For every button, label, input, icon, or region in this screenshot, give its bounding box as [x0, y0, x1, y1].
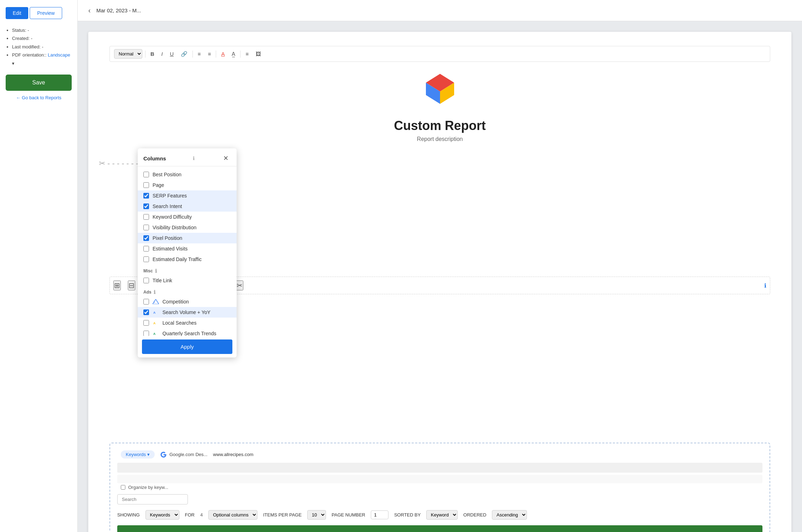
- column-pixel-position-checkbox[interactable]: [143, 235, 149, 241]
- panel-info-icon[interactable]: ℹ: [193, 155, 195, 161]
- column-page[interactable]: Page: [138, 180, 237, 190]
- column-competition[interactable]: A Competition: [138, 296, 237, 307]
- optional-columns-select[interactable]: Optional columns: [208, 510, 257, 520]
- pdf-orientation-item: PDF orientation:: Landscape ▾: [12, 51, 72, 67]
- column-estimated-visits[interactable]: Estimated Visits: [138, 243, 237, 254]
- keywords-dropdown[interactable]: Keywords ▾: [121, 450, 155, 459]
- column-pixel-position[interactable]: Pixel Position: [138, 233, 237, 243]
- column-search-intent-checkbox[interactable]: [143, 203, 149, 209]
- column-visibility-distribution-label: Visibility Distribution: [153, 225, 196, 230]
- organize-checkbox[interactable]: [121, 485, 125, 490]
- panel-apply-button[interactable]: Apply: [142, 339, 232, 354]
- edit-button[interactable]: Edit: [6, 7, 28, 19]
- column-estimated-daily-traffic-checkbox[interactable]: [143, 256, 149, 262]
- column-serp-features-label: SERP Features: [153, 193, 187, 199]
- layout-2col-button[interactable]: ⊟: [128, 280, 135, 290]
- column-title-link-label: Title Link: [153, 278, 172, 283]
- text-color-button[interactable]: A: [219, 50, 227, 58]
- bottom-config-bar: SHOWING Keywords FOR 4 Optional columns …: [117, 510, 762, 520]
- underline-button[interactable]: U: [168, 50, 176, 58]
- domain-label: www.allrecipes.com: [213, 452, 253, 457]
- column-title-link-checkbox[interactable]: [143, 278, 149, 283]
- ordered-list-button[interactable]: ≡: [196, 50, 203, 58]
- items-per-page-label: ITEMS PER PAGE: [263, 512, 302, 518]
- page-number-label: PAGE NUMBER: [332, 512, 365, 518]
- table-row-placeholder-1: [117, 463, 762, 473]
- pdf-orientation-link[interactable]: Landscape: [48, 52, 70, 58]
- column-search-volume-yoy[interactable]: A Search Volume + YoY: [138, 307, 237, 318]
- column-keyword-difficulty-checkbox[interactable]: [143, 214, 149, 220]
- format-select[interactable]: Normal: [114, 49, 142, 59]
- widget-scissors-button[interactable]: ✂: [236, 280, 243, 290]
- keywords-widget: Keywords ▾ Google.com Des... www.allreci…: [109, 443, 770, 532]
- unordered-list-button[interactable]: ≡: [206, 50, 213, 58]
- column-best-position[interactable]: Best Position: [138, 169, 237, 180]
- misc-info-icon[interactable]: ℹ: [155, 268, 157, 274]
- google-logo: [160, 451, 167, 458]
- misc-section-label: Misc ℹ: [138, 265, 237, 275]
- panel-header: Columns ℹ ✕: [138, 148, 237, 166]
- widget-info-icon[interactable]: ℹ: [764, 282, 766, 289]
- highlight-button[interactable]: A̲: [230, 50, 237, 58]
- column-serp-features-checkbox[interactable]: [143, 193, 149, 199]
- column-estimated-visits-checkbox[interactable]: [143, 246, 149, 252]
- sidebar: Edit Preview Status: - Created: - Last m…: [0, 0, 78, 532]
- sidebar-edit-preview-buttons: Edit Preview: [6, 7, 72, 19]
- ads-info-icon[interactable]: ℹ: [154, 289, 155, 295]
- link-button[interactable]: 🔗: [179, 50, 190, 58]
- report-logo: [419, 70, 461, 113]
- column-keyword-difficulty-label: Keyword Difficulty: [153, 214, 192, 220]
- report-title: Custom Report: [394, 118, 486, 133]
- top-bar: ‹ Mar 02, 2023 - M...: [78, 0, 802, 21]
- bold-button[interactable]: B: [148, 50, 156, 58]
- column-competition-checkbox[interactable]: [143, 299, 149, 305]
- domain-text: Google.com Des...: [170, 452, 208, 457]
- sidebar-status-list: Status: - Created: - Last modified: - PD…: [6, 26, 72, 67]
- column-visibility-distribution[interactable]: Visibility Distribution: [138, 222, 237, 233]
- panel-close-button[interactable]: ✕: [221, 153, 231, 163]
- go-back-link[interactable]: ← Go back to Reports: [6, 95, 72, 100]
- column-serp-features[interactable]: SERP Features: [138, 190, 237, 201]
- panel-body: Best Position Page SERP Features Search …: [138, 166, 237, 336]
- keywords-search-input[interactable]: [117, 494, 188, 504]
- column-quarterly-search-trends[interactable]: A Quarterly Search Trends: [138, 328, 237, 336]
- layout-1col-button[interactable]: ⊞: [113, 280, 121, 290]
- page-number-input[interactable]: [371, 510, 388, 519]
- sorted-by-select[interactable]: Keyword: [426, 510, 458, 520]
- align-button[interactable]: ≡: [243, 50, 251, 58]
- column-best-position-label: Best Position: [153, 172, 182, 177]
- table-row-placeholder-2: [117, 475, 762, 483]
- showing-keywords-select[interactable]: Keywords: [145, 510, 179, 520]
- preview-button[interactable]: Preview: [30, 7, 62, 19]
- report-header: Custom Report Report description: [109, 70, 770, 142]
- column-estimated-daily-traffic[interactable]: Estimated Daily Traffic: [138, 254, 237, 265]
- save-button[interactable]: Save: [6, 75, 72, 91]
- italic-button[interactable]: I: [159, 50, 165, 58]
- image-button[interactable]: 🖼: [254, 50, 263, 58]
- toolbar-divider-3: [216, 51, 216, 58]
- column-visibility-distribution-checkbox[interactable]: [143, 225, 149, 230]
- column-best-position-checkbox[interactable]: [143, 172, 149, 177]
- column-pixel-position-label: Pixel Position: [153, 235, 182, 241]
- toolbar-divider-1: [145, 51, 145, 58]
- column-title-link[interactable]: Title Link: [138, 275, 237, 286]
- ads-search-volume-icon: A: [153, 310, 159, 315]
- ok-button[interactable]: OK: [117, 525, 762, 532]
- column-competition-label: Competition: [162, 299, 189, 305]
- column-page-checkbox[interactable]: [143, 182, 149, 188]
- showing-label: SHOWING: [117, 512, 140, 518]
- column-local-searches[interactable]: A Local Searches: [138, 318, 237, 328]
- items-per-page-select[interactable]: 10: [307, 510, 326, 520]
- status-item: Status: -: [12, 26, 72, 34]
- ads-label-text: Ads: [143, 290, 152, 295]
- column-search-volume-yoy-checkbox[interactable]: [143, 309, 149, 315]
- ordered-select[interactable]: Ascending: [492, 510, 527, 520]
- back-arrow-icon[interactable]: ‹: [88, 6, 91, 14]
- column-search-intent[interactable]: Search Intent: [138, 201, 237, 212]
- ads-section-label: Ads ℹ: [138, 286, 237, 296]
- editor-toolbar: Normal B I U 🔗 ≡ ≡ A A̲ ≡ 🖼: [109, 46, 770, 62]
- svg-text:A: A: [153, 332, 156, 336]
- column-keyword-difficulty[interactable]: Keyword Difficulty: [138, 212, 237, 222]
- column-local-searches-checkbox[interactable]: [143, 320, 149, 326]
- column-quarterly-search-trends-checkbox[interactable]: [143, 331, 149, 336]
